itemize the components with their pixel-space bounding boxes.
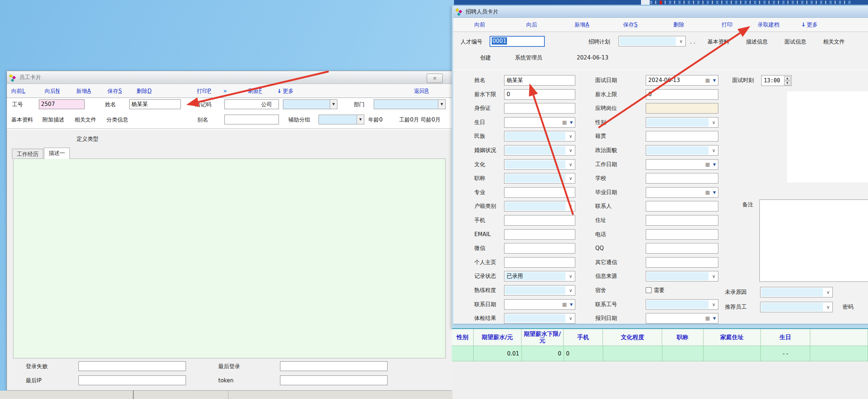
- input-combo[interactable]: ∨: [504, 145, 575, 156]
- toolbar-item-1[interactable]: 向后: [526, 21, 537, 28]
- company-select[interactable]: ▼: [283, 99, 337, 109]
- calendar-icon[interactable]: ▦: [562, 119, 567, 125]
- chevron-down-icon[interactable]: ∨: [569, 273, 572, 279]
- recruit-window-titlebar[interactable]: ◆◆◆ 招聘人员卡片: [453, 5, 868, 18]
- table-cell[interactable]: - -: [761, 346, 810, 361]
- toolbar-item-5[interactable]: 打印: [722, 21, 733, 28]
- table-header-cell[interactable]: 期望薪水下限/元: [522, 329, 564, 346]
- last-ip-input[interactable]: [78, 375, 186, 385]
- tab-link-related-files[interactable]: 相关文件: [74, 116, 96, 123]
- input-combo[interactable]: ∨: [646, 117, 718, 128]
- table-cell[interactable]: [810, 346, 868, 361]
- toolbar-item-0[interactable]: 向前: [474, 21, 485, 28]
- table-cell[interactable]: 0: [522, 346, 564, 361]
- description-textarea[interactable]: [13, 159, 446, 358]
- table-header-cell[interactable]: 性别: [452, 329, 474, 346]
- calendar-icon[interactable]: ▦: [562, 301, 567, 307]
- input-date[interactable]: ▦▼: [504, 299, 575, 310]
- toolbar-item-2[interactable]: 新增A: [76, 88, 91, 95]
- date-dropdown-icon[interactable]: ▼: [713, 163, 716, 166]
- input-combo[interactable]: ∨: [504, 313, 575, 324]
- date-dropdown-icon[interactable]: ▼: [713, 190, 716, 194]
- input-text[interactable]: [504, 215, 575, 226]
- referrer-select[interactable]: ∨: [760, 302, 833, 312]
- input-combo[interactable]: ∨: [646, 145, 718, 156]
- toolbar-item-7[interactable]: ↓更多: [801, 21, 818, 28]
- close-icon[interactable]: ✕: [427, 74, 443, 83]
- tab-link-desc-info[interactable]: 描述信息: [746, 38, 768, 45]
- spin-up-icon[interactable]: ▲: [784, 76, 791, 81]
- tab-link-related-files[interactable]: 相关文件: [823, 38, 845, 45]
- toolbar-item-3[interactable]: 保存S: [108, 88, 122, 95]
- input-combo[interactable]: ∨: [504, 201, 575, 211]
- input-date[interactable]: 2024-06-13▦▼: [646, 75, 718, 86]
- table-header-cell[interactable]: 生日: [761, 329, 810, 346]
- combo-arrow-icon[interactable]: ▼: [357, 115, 364, 124]
- table-header-cell[interactable]: 文化程度: [603, 329, 662, 346]
- remark-textarea[interactable]: [759, 200, 868, 282]
- chevron-down-icon[interactable]: ∨: [679, 38, 683, 44]
- not-hired-select[interactable]: ∨: [760, 287, 833, 297]
- toolbar-item-6[interactable]: 录取建档: [758, 21, 779, 28]
- input-text[interactable]: [504, 257, 575, 268]
- plan-dots[interactable]: . .: [690, 38, 695, 45]
- chevron-down-icon[interactable]: ∨: [569, 162, 572, 167]
- combo-arrow-icon[interactable]: ▼: [438, 100, 445, 109]
- tab-work-history[interactable]: 工作经历: [12, 149, 43, 159]
- input-text[interactable]: 0: [646, 89, 718, 100]
- talent-no-input[interactable]: 0001: [490, 36, 545, 47]
- input-text[interactable]: [646, 173, 718, 184]
- chevron-down-icon[interactable]: ∨: [569, 316, 572, 321]
- chevron-down-icon[interactable]: ∨: [712, 148, 715, 153]
- input-combo[interactable]: ∨: [504, 285, 575, 296]
- recruit-plan-select[interactable]: ∨: [618, 36, 686, 46]
- input-date[interactable]: ▦▼: [646, 159, 718, 170]
- input-text[interactable]: [646, 131, 718, 141]
- table-header-cell[interactable]: 手机: [564, 329, 603, 346]
- spin-down-icon[interactable]: ▼: [784, 81, 791, 85]
- calendar-icon[interactable]: ▦: [705, 189, 710, 195]
- table-header-cell[interactable]: 职称: [662, 329, 703, 346]
- date-dropdown-icon[interactable]: ▼: [713, 316, 716, 320]
- chevron-down-icon[interactable]: ∨: [569, 176, 572, 181]
- chevron-down-icon[interactable]: ∨: [569, 203, 572, 209]
- input-text[interactable]: [646, 229, 718, 240]
- input-text[interactable]: 杨某某: [504, 75, 575, 86]
- date-dropdown-icon[interactable]: ▼: [570, 120, 573, 124]
- toolbar-item-7[interactable]: 刷新F: [248, 88, 262, 95]
- table-cell[interactable]: [662, 346, 703, 361]
- input-text[interactable]: [646, 201, 718, 211]
- toolbar-back-button[interactable]: 返回R: [414, 88, 429, 95]
- emp-no-input[interactable]: 2507: [39, 99, 85, 109]
- chevron-down-icon[interactable]: ∨: [712, 273, 715, 279]
- calendar-icon[interactable]: ▦: [705, 161, 710, 167]
- input-text[interactable]: [504, 187, 575, 198]
- chevron-down-icon[interactable]: ∨: [569, 133, 572, 139]
- last-login-input[interactable]: [280, 361, 388, 371]
- chevron-down-icon[interactable]: ∨: [826, 289, 830, 295]
- date-dropdown-icon[interactable]: ▼: [713, 78, 716, 82]
- input-text[interactable]: [646, 215, 718, 226]
- input-text[interactable]: 0: [504, 89, 575, 100]
- table-header-cell[interactable]: [810, 329, 868, 346]
- table-cell[interactable]: [703, 346, 761, 361]
- chevron-down-icon[interactable]: ∨: [569, 148, 572, 153]
- calendar-icon[interactable]: ▦: [705, 315, 710, 321]
- combo-arrow-icon[interactable]: ▼: [330, 100, 337, 109]
- tab-description-one[interactable]: 描述一: [44, 148, 70, 159]
- input-combo[interactable]: ∨: [646, 271, 718, 281]
- tab-link-extra-desc[interactable]: 附加描述: [42, 116, 64, 123]
- table-cell[interactable]: [452, 346, 474, 361]
- tab-link-basic-data[interactable]: 基本资料: [707, 38, 729, 45]
- table-data-row[interactable]: 0.0100- -: [452, 346, 868, 361]
- input-date[interactable]: ▦▼: [504, 117, 575, 128]
- toolbar-item-1[interactable]: 向后N: [45, 88, 60, 95]
- table-header-cell[interactable]: 期望薪水/元: [474, 329, 522, 346]
- toolbar-item-4[interactable]: 删除: [673, 21, 684, 28]
- toolbar-item-8[interactable]: ↓更多: [277, 88, 294, 95]
- input-combo[interactable]: ∨: [504, 159, 575, 170]
- department-select[interactable]: ▼: [374, 99, 446, 109]
- checkbox[interactable]: [646, 287, 652, 293]
- input-combo[interactable]: ∨: [646, 299, 718, 310]
- date-dropdown-icon[interactable]: ▼: [570, 303, 573, 307]
